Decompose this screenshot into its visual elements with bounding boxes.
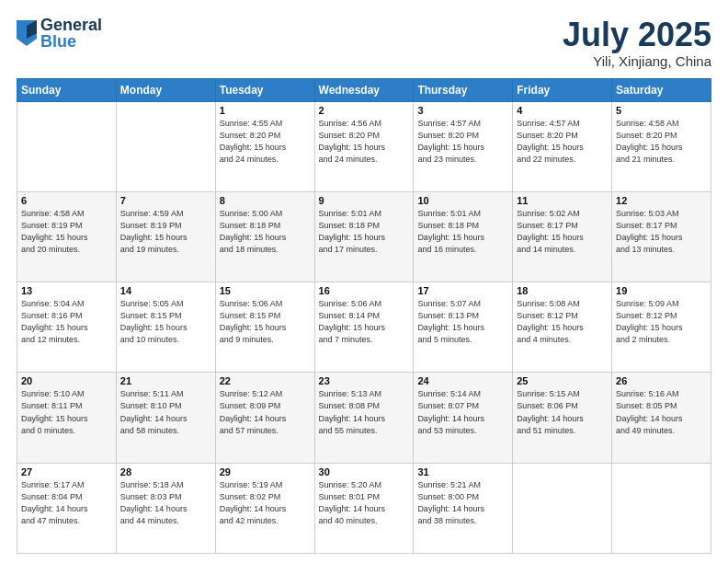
day-content: Sunrise: 5:02 AM Sunset: 8:17 PM Dayligh… (517, 208, 608, 256)
day-number: 26 (616, 375, 707, 386)
calendar-cell: 26Sunrise: 5:16 AM Sunset: 8:05 PM Dayli… (612, 373, 711, 463)
calendar-week-4: 20Sunrise: 5:10 AM Sunset: 8:11 PM Dayli… (17, 373, 711, 463)
calendar-cell (17, 101, 117, 191)
day-number: 1 (220, 105, 311, 116)
day-content: Sunrise: 5:05 AM Sunset: 8:15 PM Dayligh… (120, 298, 211, 346)
calendar-cell: 27Sunrise: 5:17 AM Sunset: 8:04 PM Dayli… (17, 463, 117, 553)
day-number: 14 (120, 285, 211, 296)
day-number: 23 (319, 375, 410, 386)
calendar-table: SundayMondayTuesdayWednesdayThursdayFrid… (17, 78, 711, 554)
calendar-cell: 8Sunrise: 5:00 AM Sunset: 8:18 PM Daylig… (215, 191, 314, 282)
day-number: 28 (120, 466, 211, 477)
day-content: Sunrise: 5:17 AM Sunset: 8:04 PM Dayligh… (21, 479, 112, 527)
calendar-cell: 11Sunrise: 5:02 AM Sunset: 8:17 PM Dayli… (513, 191, 612, 282)
day-content: Sunrise: 5:21 AM Sunset: 8:00 PM Dayligh… (417, 479, 508, 527)
calendar-week-3: 13Sunrise: 5:04 AM Sunset: 8:16 PM Dayli… (17, 282, 711, 373)
day-number: 10 (417, 195, 508, 206)
day-number: 7 (120, 195, 211, 206)
calendar-cell: 5Sunrise: 4:58 AM Sunset: 8:20 PM Daylig… (612, 101, 711, 191)
day-content: Sunrise: 4:57 AM Sunset: 8:20 PM Dayligh… (517, 118, 608, 166)
calendar-cell: 12Sunrise: 5:03 AM Sunset: 8:17 PM Dayli… (612, 191, 711, 282)
day-number: 5 (616, 105, 707, 116)
calendar-cell: 3Sunrise: 4:57 AM Sunset: 8:20 PM Daylig… (414, 101, 513, 191)
day-content: Sunrise: 5:11 AM Sunset: 8:10 PM Dayligh… (120, 388, 211, 436)
day-content: Sunrise: 5:04 AM Sunset: 8:16 PM Dayligh… (21, 298, 112, 346)
logo-icon (17, 20, 37, 46)
calendar-cell: 17Sunrise: 5:07 AM Sunset: 8:13 PM Dayli… (414, 282, 513, 373)
calendar-cell: 28Sunrise: 5:18 AM Sunset: 8:03 PM Dayli… (116, 463, 215, 553)
calendar-cell: 6Sunrise: 4:58 AM Sunset: 8:19 PM Daylig… (17, 191, 117, 282)
header: General Blue July 2025 Yili, Xinjiang, C… (17, 17, 711, 69)
day-number: 16 (319, 285, 410, 296)
day-content: Sunrise: 4:58 AM Sunset: 8:20 PM Dayligh… (616, 118, 707, 166)
day-number: 18 (517, 285, 608, 296)
day-content: Sunrise: 4:59 AM Sunset: 8:19 PM Dayligh… (120, 208, 211, 256)
day-number: 2 (319, 105, 410, 116)
day-content: Sunrise: 5:10 AM Sunset: 8:11 PM Dayligh… (21, 388, 112, 436)
weekday-header-wednesday: Wednesday (314, 78, 414, 101)
calendar-cell: 30Sunrise: 5:20 AM Sunset: 8:01 PM Dayli… (314, 463, 414, 553)
title-block: July 2025 Yili, Xinjiang, China (563, 17, 711, 69)
logo: General Blue (17, 17, 102, 50)
day-number: 27 (21, 466, 112, 477)
day-content: Sunrise: 4:55 AM Sunset: 8:20 PM Dayligh… (220, 118, 311, 166)
day-content: Sunrise: 5:06 AM Sunset: 8:15 PM Dayligh… (220, 298, 311, 346)
calendar-cell (513, 463, 612, 553)
weekday-header-saturday: Saturday (612, 78, 711, 101)
calendar-cell: 31Sunrise: 5:21 AM Sunset: 8:00 PM Dayli… (414, 463, 513, 553)
day-content: Sunrise: 5:09 AM Sunset: 8:12 PM Dayligh… (616, 298, 707, 346)
day-number: 30 (319, 466, 410, 477)
calendar-cell (116, 101, 215, 191)
day-content: Sunrise: 5:00 AM Sunset: 8:18 PM Dayligh… (220, 208, 311, 256)
day-content: Sunrise: 5:03 AM Sunset: 8:17 PM Dayligh… (616, 208, 707, 256)
day-number: 12 (616, 195, 707, 206)
day-content: Sunrise: 5:20 AM Sunset: 8:01 PM Dayligh… (319, 479, 410, 527)
day-content: Sunrise: 5:01 AM Sunset: 8:18 PM Dayligh… (319, 208, 410, 256)
day-content: Sunrise: 5:15 AM Sunset: 8:06 PM Dayligh… (517, 388, 608, 436)
calendar-week-5: 27Sunrise: 5:17 AM Sunset: 8:04 PM Dayli… (17, 463, 711, 553)
day-number: 24 (417, 375, 508, 386)
weekday-header-sunday: Sunday (17, 78, 117, 101)
day-number: 3 (417, 105, 508, 116)
day-content: Sunrise: 5:08 AM Sunset: 8:12 PM Dayligh… (517, 298, 608, 346)
title-month: July 2025 (563, 17, 711, 53)
logo-text: General Blue (40, 17, 102, 50)
calendar-cell: 2Sunrise: 4:56 AM Sunset: 8:20 PM Daylig… (314, 101, 414, 191)
day-content: Sunrise: 4:58 AM Sunset: 8:19 PM Dayligh… (21, 208, 112, 256)
day-number: 21 (120, 375, 211, 386)
weekday-header-friday: Friday (513, 78, 612, 101)
calendar-cell: 29Sunrise: 5:19 AM Sunset: 8:02 PM Dayli… (215, 463, 314, 553)
calendar-cell: 16Sunrise: 5:06 AM Sunset: 8:14 PM Dayli… (314, 282, 414, 373)
day-number: 13 (21, 285, 112, 296)
weekday-header-row: SundayMondayTuesdayWednesdayThursdayFrid… (17, 78, 711, 101)
day-number: 31 (417, 466, 508, 477)
calendar-cell: 14Sunrise: 5:05 AM Sunset: 8:15 PM Dayli… (116, 282, 215, 373)
calendar-cell: 24Sunrise: 5:14 AM Sunset: 8:07 PM Dayli… (414, 373, 513, 463)
day-number: 19 (616, 285, 707, 296)
calendar-cell: 7Sunrise: 4:59 AM Sunset: 8:19 PM Daylig… (116, 191, 215, 282)
day-content: Sunrise: 5:07 AM Sunset: 8:13 PM Dayligh… (417, 298, 508, 346)
calendar-week-2: 6Sunrise: 4:58 AM Sunset: 8:19 PM Daylig… (17, 191, 711, 282)
calendar-cell: 22Sunrise: 5:12 AM Sunset: 8:09 PM Dayli… (215, 373, 314, 463)
day-number: 11 (517, 195, 608, 206)
calendar-cell: 25Sunrise: 5:15 AM Sunset: 8:06 PM Dayli… (513, 373, 612, 463)
calendar-cell: 20Sunrise: 5:10 AM Sunset: 8:11 PM Dayli… (17, 373, 117, 463)
day-number: 4 (517, 105, 608, 116)
day-content: Sunrise: 5:14 AM Sunset: 8:07 PM Dayligh… (417, 388, 508, 436)
calendar-cell: 15Sunrise: 5:06 AM Sunset: 8:15 PM Dayli… (215, 282, 314, 373)
day-content: Sunrise: 5:13 AM Sunset: 8:08 PM Dayligh… (319, 388, 410, 436)
day-content: Sunrise: 5:16 AM Sunset: 8:05 PM Dayligh… (616, 388, 707, 436)
day-content: Sunrise: 5:18 AM Sunset: 8:03 PM Dayligh… (120, 479, 211, 527)
calendar-cell: 10Sunrise: 5:01 AM Sunset: 8:18 PM Dayli… (414, 191, 513, 282)
calendar-cell: 13Sunrise: 5:04 AM Sunset: 8:16 PM Dayli… (17, 282, 117, 373)
calendar-cell: 18Sunrise: 5:08 AM Sunset: 8:12 PM Dayli… (513, 282, 612, 373)
day-number: 15 (220, 285, 311, 296)
calendar-cell: 21Sunrise: 5:11 AM Sunset: 8:10 PM Dayli… (116, 373, 215, 463)
logo-general: General (40, 17, 102, 33)
logo-blue: Blue (40, 33, 102, 50)
weekday-header-monday: Monday (116, 78, 215, 101)
day-content: Sunrise: 5:19 AM Sunset: 8:02 PM Dayligh… (220, 479, 311, 527)
day-number: 29 (220, 466, 311, 477)
calendar-cell: 1Sunrise: 4:55 AM Sunset: 8:20 PM Daylig… (215, 101, 314, 191)
weekday-header-thursday: Thursday (414, 78, 513, 101)
